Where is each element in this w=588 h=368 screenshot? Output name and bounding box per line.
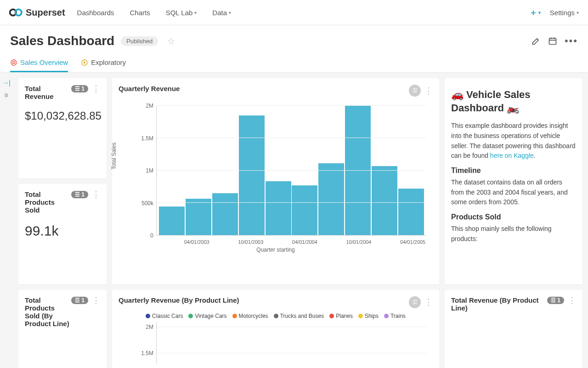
legend-item[interactable]: Planes xyxy=(329,313,353,319)
bar[interactable] xyxy=(159,207,185,235)
nav-settings[interactable]: Settings▾ xyxy=(550,9,579,17)
card-quarterly-revenue: Quarterly Revenue ☰ ⋮ Total Sales 0500k1… xyxy=(112,78,439,284)
more-actions-icon[interactable]: ••• xyxy=(565,36,578,46)
compass-icon xyxy=(81,59,88,66)
target-icon xyxy=(10,59,17,66)
card-menu-icon[interactable]: ⋮ xyxy=(92,296,100,305)
y-axis-label: Total Sales xyxy=(111,143,117,170)
calendar-icon[interactable] xyxy=(548,36,557,46)
chart-plot-area xyxy=(156,322,426,363)
legend-item[interactable]: Trucks and Buses xyxy=(274,313,324,319)
tab-label: Exploratory xyxy=(91,58,126,66)
nav-charts[interactable]: Charts xyxy=(130,9,150,17)
svg-rect-2 xyxy=(549,38,556,44)
y-axis: 0500k1M1.5M2M xyxy=(138,106,156,236)
filter-circle-icon[interactable]: ☰ xyxy=(409,296,421,308)
tab-exploratory[interactable]: Exploratory xyxy=(81,58,126,72)
stacked-bar-chart[interactable]: 1.5M2M xyxy=(119,322,433,363)
legend-item[interactable]: Classic Cars xyxy=(146,313,183,319)
card-title: Quarterly Revenue (By Product Line) xyxy=(119,296,239,304)
info-subheading-timeline: Timeline xyxy=(451,167,576,175)
nav-settings-label: Settings xyxy=(550,9,575,17)
bar[interactable] xyxy=(398,189,424,235)
dashboard-tabs: Sales Overview Exploratory xyxy=(10,58,578,72)
bar[interactable] xyxy=(318,163,344,235)
filter-pill[interactable]: ☰1 xyxy=(547,297,564,304)
nav-actions: ＋▾ Settings▾ xyxy=(529,7,579,18)
nav-sqllab[interactable]: SQL Lab▾ xyxy=(166,9,197,17)
dashboard-header: Sales Dashboard Published ☆ ••• Sales Ov… xyxy=(0,25,588,73)
card-total-revenue: Total Revenue ☰1 ⋮ $10,032,628.85 xyxy=(18,78,107,178)
filter-pill[interactable]: ☰1 xyxy=(71,191,88,198)
dashboard-grid: Total Revenue ☰1 ⋮ $10,032,628.85 Quarte… xyxy=(13,73,588,368)
card-total-products-by-line: Total Products Sold (By Product Line) ☰1… xyxy=(18,290,107,368)
x-axis-ticks: 04/01/200310/01/200304/01/200410/01/2004… xyxy=(156,239,426,245)
info-heading: 🚗 Vehicle Sales Dashboard 🏍️ xyxy=(451,88,576,115)
dashboard-title: Sales Dashboard xyxy=(10,34,114,48)
app-logo[interactable]: Superset xyxy=(9,7,65,18)
nav-links: Dashboards Charts SQL Lab▾ Data▾ xyxy=(77,9,529,17)
published-badge[interactable]: Published xyxy=(121,36,158,46)
card-title: Total Products Sold (By Product Line) xyxy=(25,296,71,328)
info-paragraph: This example dashboard provides insight … xyxy=(451,121,576,161)
bar[interactable] xyxy=(266,181,291,235)
new-button[interactable]: ＋▾ xyxy=(529,7,541,18)
favorite-star-icon[interactable]: ☆ xyxy=(167,36,175,46)
card-menu-icon[interactable]: ⋮ xyxy=(92,85,100,93)
bar[interactable] xyxy=(345,106,371,235)
card-title: Total Revenue xyxy=(25,85,71,100)
bar[interactable] xyxy=(292,185,317,235)
filter-icon[interactable]: ⚞ xyxy=(4,92,9,99)
filter-count: 1 xyxy=(81,191,85,198)
card-menu-icon[interactable]: ⋮ xyxy=(92,190,100,199)
card-menu-icon[interactable]: ⋮ xyxy=(424,298,433,306)
legend-item[interactable]: Motorcycles xyxy=(232,313,268,319)
card-total-revenue-by-line: Total Revenue (By Product Line) ☰1 ⋮ xyxy=(445,290,582,368)
nav-data[interactable]: Data▾ xyxy=(212,9,231,17)
bar[interactable] xyxy=(186,199,211,235)
caret-down-icon: ▾ xyxy=(229,10,231,15)
big-number-value: $10,032,628.85 xyxy=(25,109,100,122)
bar[interactable] xyxy=(372,166,397,235)
dashboard-workspace: →| ⚞ Total Revenue ☰1 ⋮ $10,032,628.85 Q… xyxy=(0,73,588,368)
bar[interactable] xyxy=(212,193,238,235)
filter-pill[interactable]: ☰1 xyxy=(71,85,88,92)
stacked-bars-container xyxy=(157,322,426,363)
caret-down-icon: ▾ xyxy=(194,10,197,15)
svg-point-5 xyxy=(13,62,14,63)
legend-item[interactable]: Ships xyxy=(358,313,379,319)
caret-down-icon: ▾ xyxy=(577,10,579,15)
bar[interactable] xyxy=(239,115,265,235)
bars-container xyxy=(157,106,426,235)
chart-legend: Classic CarsVintage CarsMotorcyclesTruck… xyxy=(119,313,433,319)
edit-icon[interactable] xyxy=(531,36,541,46)
chart-plot-area xyxy=(156,106,426,236)
nav-data-label: Data xyxy=(212,9,227,17)
filter-pill[interactable]: ☰1 xyxy=(71,297,88,304)
bar-chart[interactable]: Total Sales 0500k1M1.5M2M 04/01/200310/0… xyxy=(119,101,433,253)
info-products-text: This shop mainly sells the following pro… xyxy=(451,224,576,244)
caret-down-icon: ▾ xyxy=(538,10,541,15)
card-title: Total Products Sold xyxy=(25,190,71,214)
filter-count: 1 xyxy=(557,297,560,304)
legend-item[interactable]: Trains xyxy=(384,313,406,319)
nav-sqllab-label: SQL Lab xyxy=(166,9,193,17)
legend-item[interactable]: Vintage Cars xyxy=(188,313,226,319)
tab-label: Sales Overview xyxy=(20,58,68,66)
card-menu-icon[interactable]: ⋮ xyxy=(568,296,576,305)
expand-filters-icon[interactable]: →| xyxy=(2,79,11,86)
card-info-markdown: 🚗 Vehicle Sales Dashboard 🏍️ This exampl… xyxy=(445,78,582,284)
tab-sales-overview[interactable]: Sales Overview xyxy=(10,58,68,72)
kaggle-link[interactable]: here on Kaggle xyxy=(490,152,534,159)
filter-count: 1 xyxy=(81,297,85,304)
big-number-value: 99.1k xyxy=(25,223,100,239)
card-total-products-sold: Total Products Sold ☰1 ⋮ 99.1k xyxy=(18,184,107,284)
card-quarterly-by-product-line: Quarterly Revenue (By Product Line) ☰ ⋮ … xyxy=(112,290,439,368)
nav-dashboards[interactable]: Dashboards xyxy=(77,9,114,17)
filter-circle-icon[interactable]: ☰ xyxy=(409,85,421,97)
header-actions: ••• xyxy=(531,36,578,46)
card-menu-icon[interactable]: ⋮ xyxy=(424,86,433,95)
y-axis: 1.5M2M xyxy=(138,322,156,363)
top-navbar: Superset Dashboards Charts SQL Lab▾ Data… xyxy=(0,0,588,25)
info-subheading-products: Products Sold xyxy=(451,213,576,221)
